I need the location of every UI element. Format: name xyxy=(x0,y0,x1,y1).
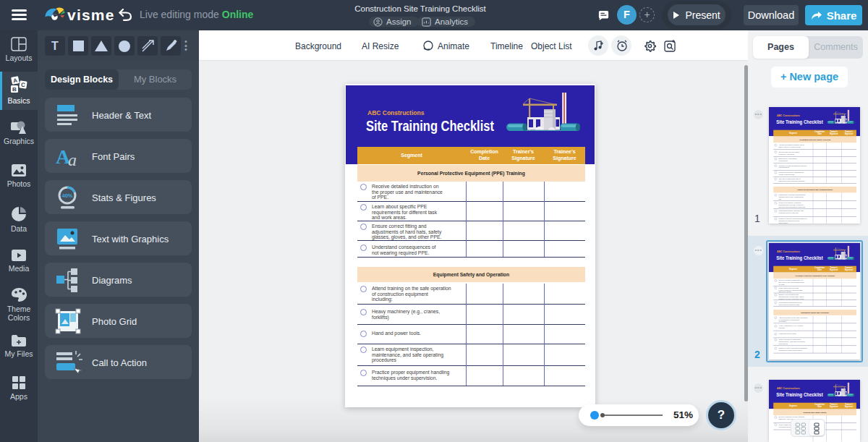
svg-text:40%: 40% xyxy=(61,192,72,199)
svg-text:B: B xyxy=(12,86,17,93)
svg-text:a: a xyxy=(68,150,77,169)
